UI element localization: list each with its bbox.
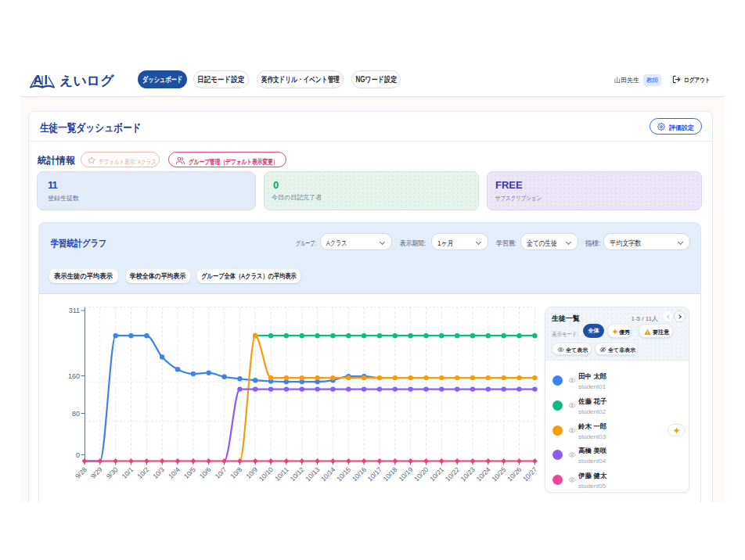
svg-text:10/15: 10/15 bbox=[335, 465, 352, 483]
svg-text:I: I bbox=[45, 74, 48, 87]
svg-text:10/12: 10/12 bbox=[289, 465, 306, 483]
svg-text:10/7: 10/7 bbox=[214, 465, 229, 480]
svg-text:9/28: 9/28 bbox=[74, 465, 88, 480]
svg-text:10/1: 10/1 bbox=[121, 465, 135, 480]
svg-text:10/14: 10/14 bbox=[319, 465, 337, 483]
svg-text:10/27: 10/27 bbox=[521, 465, 538, 483]
svg-text:10/26: 10/26 bbox=[506, 465, 523, 483]
svg-text:10/22: 10/22 bbox=[444, 465, 461, 483]
svg-text:10/19: 10/19 bbox=[397, 465, 414, 483]
svg-text:9/29: 9/29 bbox=[89, 465, 104, 480]
svg-text:10/17: 10/17 bbox=[366, 465, 383, 483]
svg-text:10/2: 10/2 bbox=[135, 465, 150, 480]
svg-text:10/23: 10/23 bbox=[459, 465, 477, 483]
svg-text:311: 311 bbox=[69, 307, 80, 314]
svg-text:10/20: 10/20 bbox=[412, 465, 430, 483]
svg-text:10/25: 10/25 bbox=[490, 465, 507, 483]
svg-text:10/6: 10/6 bbox=[198, 465, 213, 480]
svg-text:10/16: 10/16 bbox=[351, 465, 368, 483]
svg-text:160: 160 bbox=[68, 372, 80, 380]
svg-text:10/4: 10/4 bbox=[167, 465, 182, 480]
svg-text:0: 0 bbox=[76, 451, 80, 459]
svg-text:10/11: 10/11 bbox=[273, 465, 290, 483]
svg-text:10/21: 10/21 bbox=[428, 465, 445, 483]
svg-text:10/3: 10/3 bbox=[151, 465, 166, 480]
svg-text:10/8: 10/8 bbox=[229, 465, 243, 480]
svg-text:10/5: 10/5 bbox=[182, 465, 197, 480]
svg-text:10/10: 10/10 bbox=[257, 465, 275, 483]
svg-text:A: A bbox=[34, 74, 43, 87]
svg-text:80: 80 bbox=[72, 410, 80, 418]
svg-text:10/24: 10/24 bbox=[475, 465, 492, 483]
svg-text:10/18: 10/18 bbox=[382, 465, 399, 483]
svg-text:9/30: 9/30 bbox=[105, 465, 120, 480]
svg-text:10/13: 10/13 bbox=[304, 465, 321, 483]
